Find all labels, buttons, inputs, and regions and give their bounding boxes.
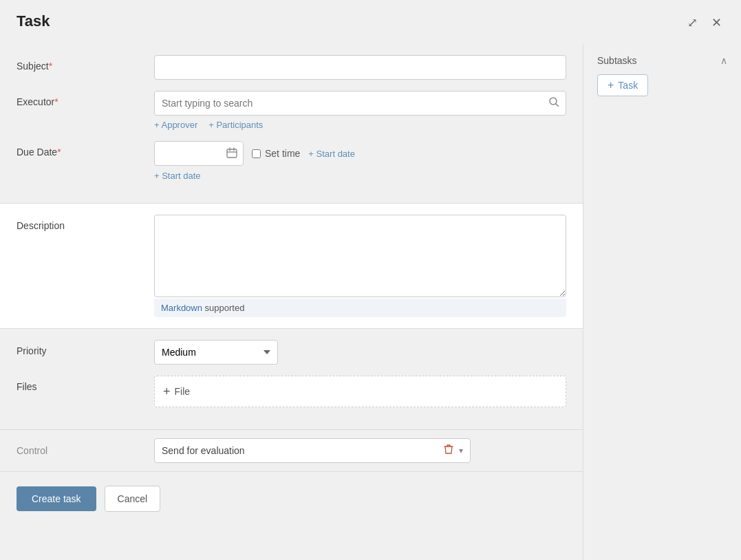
priority-field: Low Medium High Critical [154, 340, 566, 365]
sidebar: Subtasks ∧ + Task [583, 44, 741, 560]
priority-files-section: Priority Low Medium High Critical Files [0, 329, 583, 429]
executor-field: + Approver + Participants [154, 91, 566, 130]
executor-row: Executor* [17, 91, 566, 130]
add-file-button[interactable]: + File [163, 385, 190, 399]
subtasks-toggle-icon[interactable]: ∧ [720, 55, 727, 66]
control-chevron-icon[interactable]: ▾ [459, 446, 463, 455]
priority-row: Priority Low Medium High Critical [17, 340, 566, 365]
executor-search-input[interactable] [154, 91, 566, 116]
markdown-hint: Markdown supported [154, 299, 566, 317]
markdown-link: Markdown [161, 303, 202, 313]
description-row: Description Markdown supported [17, 215, 566, 317]
set-time-label[interactable]: Set time [265, 148, 300, 159]
date-wrapper: 03/14/2024 [154, 141, 566, 166]
control-input-wrap: Send for evaluation ▾ [154, 438, 471, 463]
cancel-button[interactable]: Cancel [105, 486, 161, 512]
due-date-field: 03/14/2024 [154, 141, 566, 181]
start-date-inline-button[interactable]: + Start date [308, 149, 355, 159]
control-row: Control Send for evaluation ▾ [17, 438, 566, 463]
subtasks-header: Subtasks ∧ [597, 55, 727, 66]
svg-line-1 [556, 104, 559, 107]
header-icons: ⤢ ✕ [685, 12, 724, 33]
dialog-title: Task [17, 12, 50, 30]
control-value: Send for evaluation [162, 445, 444, 456]
due-date-input[interactable]: 03/14/2024 [160, 141, 222, 166]
close-icon: ✕ [711, 15, 722, 30]
subject-row: Subject* [17, 55, 566, 80]
add-file-label: File [175, 386, 191, 397]
add-participants-button[interactable]: + Participants [208, 120, 263, 130]
set-time-wrap: Set time [252, 148, 300, 159]
description-right: Markdown supported [154, 215, 566, 317]
plus-icon: + [163, 385, 171, 399]
subject-label: Subject* [17, 55, 154, 72]
form-left: Subject* Executor* [0, 44, 583, 560]
create-task-button[interactable]: Create task [17, 486, 96, 511]
top-section: Subject* Executor* [0, 44, 583, 203]
subtasks-label: Subtasks [597, 55, 637, 66]
add-subtask-button[interactable]: + Task [597, 74, 648, 96]
files-row: Files + File [17, 376, 566, 407]
control-label: Control [17, 445, 154, 456]
dialog-body: Subject* Executor* [0, 33, 741, 560]
search-icon [548, 96, 559, 110]
calendar-icon[interactable] [226, 147, 237, 160]
files-field: + File [154, 376, 566, 407]
delete-control-icon[interactable] [444, 444, 453, 457]
add-approver-button[interactable]: + Approver [154, 120, 197, 130]
due-date-row: Due Date* 03/14/2024 [17, 141, 566, 181]
set-time-checkbox[interactable] [252, 149, 261, 158]
task-dialog: Task ⤢ ✕ Subject* [0, 0, 741, 560]
add-subtask-label: Task [618, 80, 638, 91]
executor-search-wrapper [154, 91, 566, 116]
executor-label: Executor* [17, 91, 154, 107]
subject-field [154, 55, 566, 80]
subject-input[interactable] [154, 55, 566, 80]
description-section: Description Markdown supported [0, 203, 583, 329]
description-textarea[interactable] [154, 215, 566, 297]
expand-icon: ⤢ [687, 15, 698, 30]
files-dropzone[interactable]: + File [154, 376, 566, 407]
dialog-footer: Create task Cancel [0, 471, 583, 526]
dialog-header: Task ⤢ ✕ [0, 0, 741, 33]
control-section: Control Send for evaluation ▾ [0, 429, 583, 471]
start-date-below: + Start date [154, 170, 566, 181]
svg-rect-2 [227, 149, 237, 158]
description-inner: Description Markdown supported [0, 204, 583, 328]
priority-label: Priority [17, 340, 154, 356]
files-label: Files [17, 376, 154, 392]
control-actions: ▾ [444, 444, 463, 457]
priority-select[interactable]: Low Medium High Critical [154, 340, 278, 365]
start-date-below-button[interactable]: + Start date [154, 171, 201, 181]
description-label: Description [17, 215, 154, 231]
add-subtask-plus-icon: + [608, 79, 614, 91]
markdown-suffix: supported [202, 303, 244, 313]
close-button[interactable]: ✕ [709, 12, 724, 33]
extra-links: + Approver + Participants [154, 120, 566, 130]
due-date-label: Due Date* [17, 141, 154, 158]
date-input-wrap: 03/14/2024 [154, 141, 244, 166]
expand-button[interactable]: ⤢ [685, 12, 700, 33]
